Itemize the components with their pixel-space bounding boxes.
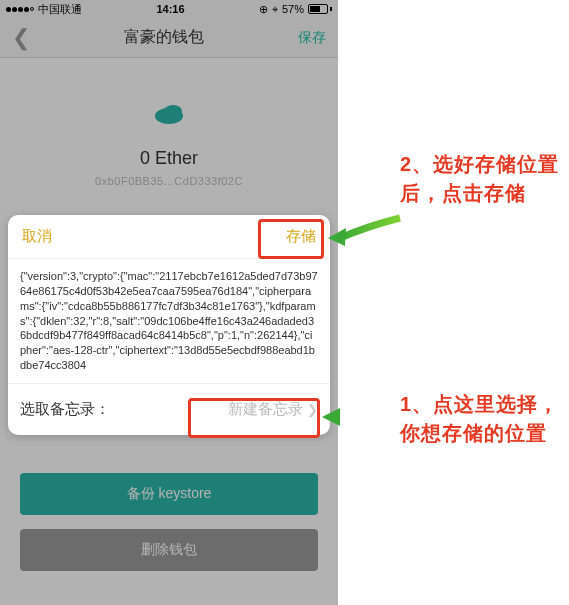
carrier-label: 中国联通 xyxy=(38,2,82,17)
save-button[interactable]: 保存 xyxy=(298,29,326,47)
action-buttons: 备份 keystore 删除钱包 xyxy=(20,473,318,585)
select-memo-label: 选取备忘录： xyxy=(20,400,110,419)
back-icon[interactable]: ❮ xyxy=(12,25,30,51)
keystore-json-text: {"version":3,"crypto":{"mac":"2117ebcb7e… xyxy=(8,259,330,384)
status-time: 14:16 xyxy=(156,3,184,15)
battery-pct: 57% xyxy=(282,3,304,15)
address-label: 0xb0F0BB35...CdD333f02C xyxy=(0,175,338,187)
modal-header: 取消 存储 xyxy=(8,215,330,259)
svg-point-1 xyxy=(164,105,182,117)
signal-dots xyxy=(6,7,34,12)
nav-bar: ❮ 富豪的钱包 保存 xyxy=(0,18,338,58)
status-bar: 中国联通 14:16 ⊕ ⌖ 57% xyxy=(0,0,338,18)
arrow-to-store xyxy=(328,208,406,258)
bluetooth-icon: ⌖ xyxy=(272,3,278,16)
annotation-text-1: 2、选好存储位置后，点击存储 xyxy=(400,150,560,208)
wallet-content: 0 Ether 0xb0F0BB35...CdD333f02C xyxy=(0,58,338,187)
new-memo-label: 新建备忘录 xyxy=(228,400,303,419)
wallet-avatar-icon xyxy=(144,88,194,138)
alarm-icon: ⊕ xyxy=(259,3,268,16)
new-memo-button[interactable]: 新建备忘录 ❯ xyxy=(228,400,318,419)
cancel-button[interactable]: 取消 xyxy=(22,227,52,246)
status-left: 中国联通 xyxy=(6,2,82,17)
backup-keystore-button[interactable]: 备份 keystore xyxy=(20,473,318,515)
chevron-right-icon: ❯ xyxy=(307,402,318,417)
page-title: 富豪的钱包 xyxy=(124,27,204,48)
annotation-text-2: 1、点这里选择，你想存储的位置 xyxy=(400,390,560,448)
export-modal: 取消 存储 {"version":3,"crypto":{"mac":"2117… xyxy=(8,215,330,435)
store-button[interactable]: 存储 xyxy=(286,227,316,246)
battery-icon xyxy=(308,4,332,14)
phone-frame: 中国联通 14:16 ⊕ ⌖ 57% ❮ 富豪的钱包 保存 0 Ether xyxy=(0,0,338,605)
modal-footer: 选取备忘录： 新建备忘录 ❯ xyxy=(8,384,330,435)
svg-point-2 xyxy=(159,111,163,115)
balance-label: 0 Ether xyxy=(0,148,338,169)
delete-wallet-button[interactable]: 删除钱包 xyxy=(20,529,318,571)
status-right: ⊕ ⌖ 57% xyxy=(259,3,332,16)
